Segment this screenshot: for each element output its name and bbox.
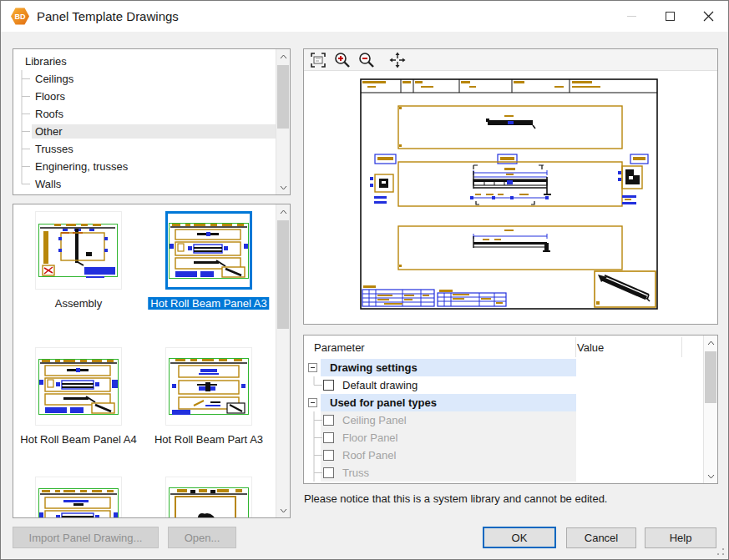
scroll-up-icon[interactable]	[276, 204, 290, 219]
column-header-parameter: Parameter	[314, 341, 365, 354]
tree-item-libraries[interactable]: Libraries	[13, 53, 276, 70]
ceiling-panel-checkbox[interactable]	[323, 415, 334, 426]
cad-drawing-preview	[304, 71, 717, 324]
help-button[interactable]: Help	[645, 527, 716, 548]
resize-grip[interactable]	[716, 547, 725, 556]
param-row-floor-panel[interactable]: Floor Panel	[304, 429, 703, 446]
template-item-assembly[interactable]: Assembly	[35, 211, 122, 290]
tree-connector	[13, 140, 32, 158]
param-row-label: Ceiling Panel	[342, 414, 407, 426]
tree-scrollbar[interactable]	[276, 49, 290, 194]
tree-item-label: Floors	[32, 89, 70, 103]
scrollbar-thumb[interactable]	[277, 65, 289, 129]
thumbnail-scrollbar[interactable]	[276, 204, 290, 517]
tree-connector	[13, 88, 32, 105]
pan-button[interactable]	[387, 50, 408, 70]
parameter-grid-rows: Drawing settings Default drawing Used fo…	[304, 359, 703, 483]
param-row-truss[interactable]: Truss	[304, 464, 703, 482]
pan-icon	[388, 51, 407, 69]
tree-connector	[13, 158, 32, 175]
scroll-up-icon[interactable]	[704, 335, 717, 350]
tree-item-ceilings[interactable]: Ceilings	[13, 70, 276, 88]
template-item-hot-roll-beam-panel-a4[interactable]: Hot Roll Beam Panel A4	[35, 347, 122, 426]
zoom-in-icon	[333, 51, 352, 69]
maximize-icon	[666, 12, 675, 21]
close-icon	[703, 11, 714, 22]
preview-canvas[interactable]	[304, 71, 717, 324]
beam-panel-drawing-thumbnail	[38, 357, 119, 416]
template-item-partial-left[interactable]	[35, 477, 122, 518]
tree-item-trusses[interactable]: Trusses	[13, 140, 276, 158]
tree-item-label: Roofs	[32, 107, 68, 121]
tree-item-other[interactable]: Other	[13, 123, 276, 140]
tree-item-roofs[interactable]: Roofs	[13, 105, 276, 123]
scrollbar-thumb[interactable]	[277, 220, 289, 329]
tree-connector	[13, 105, 32, 123]
truss-checkbox[interactable]	[323, 467, 334, 478]
collapse-icon[interactable]	[308, 363, 317, 372]
param-row-label: Floor Panel	[342, 431, 397, 444]
tree-connector	[13, 175, 32, 193]
beam-panel-drawing-thumbnail	[169, 221, 249, 280]
zoom-in-button[interactable]	[332, 50, 352, 70]
template-item-hot-roll-beam-panel-a3[interactable]: Hot Roll Beam Panel A3	[165, 211, 252, 290]
param-row-roof-panel[interactable]: Roof Panel	[304, 446, 703, 464]
window-title: Panel Template Drawings	[37, 9, 179, 23]
minimize-icon	[627, 16, 636, 17]
thumbnail-label: Hot Roll Beam Panel A3	[148, 297, 269, 310]
template-thumbnail-list: Assembly	[13, 204, 291, 518]
ok-button[interactable]: OK	[483, 527, 556, 548]
zoom-out-icon	[357, 51, 376, 69]
param-row-ceiling-panel[interactable]: Ceiling Panel	[304, 411, 703, 429]
param-row-default-drawing[interactable]: Default drawing	[304, 376, 703, 394]
scroll-down-icon[interactable]	[704, 469, 717, 483]
scroll-up-icon[interactable]	[276, 49, 290, 63]
maximize-button[interactable]	[651, 2, 689, 31]
collapse-icon[interactable]	[308, 398, 317, 407]
fit-to-window-button[interactable]	[307, 50, 328, 70]
app-logo-icon: BD	[11, 8, 29, 26]
roof-panel-checkbox[interactable]	[323, 450, 334, 461]
scrollbar-thumb[interactable]	[705, 351, 716, 403]
param-group-drawing-settings[interactable]: Drawing settings	[304, 359, 703, 376]
libraries-tree-panel: Libraries Ceilings Floors Roofs Other Tr…	[13, 48, 291, 195]
param-row-label: Roof Panel	[342, 449, 396, 462]
scroll-down-icon[interactable]	[276, 503, 290, 517]
tree-item-enginering-trusses[interactable]: Enginering, trusses	[13, 158, 276, 175]
system-library-notice: Please notice that this is a system libr…	[304, 492, 607, 505]
tree-connector	[311, 446, 322, 464]
minimize-button	[612, 2, 651, 31]
tree-item-label: Other	[32, 124, 276, 139]
tree-item-floors[interactable]: Floors	[13, 88, 276, 105]
thumbnail-image	[35, 347, 122, 426]
tree-item-label: Walls	[32, 177, 66, 191]
part-drawing-thumbnail	[169, 487, 249, 518]
param-group-used-for-panel-types[interactable]: Used for panel types	[304, 394, 703, 411]
tree-item-label: Ceilings	[32, 72, 78, 86]
drawing-preview-panel	[303, 48, 718, 325]
column-header-value: Value	[577, 341, 604, 354]
param-group-label: Drawing settings	[330, 361, 418, 374]
thumbnail-image	[165, 477, 252, 518]
zoom-out-button[interactable]	[356, 50, 377, 70]
cancel-button[interactable]: Cancel	[566, 527, 636, 548]
parameter-grid-header: Parameter Value	[304, 335, 703, 359]
parameter-scrollbar[interactable]	[703, 335, 717, 483]
thumbnail-image	[35, 211, 122, 290]
close-button[interactable]	[689, 2, 727, 31]
template-item-partial-right[interactable]	[165, 477, 252, 518]
scroll-down-icon[interactable]	[276, 180, 290, 194]
tree-connector	[311, 411, 322, 429]
tree-connector	[311, 376, 322, 394]
template-item-hot-roll-beam-part-a3[interactable]: Hot Roll Beam Part A3	[165, 347, 252, 426]
titlebar: BD Panel Template Drawings	[1, 1, 728, 32]
param-row-label: Default drawing	[342, 379, 418, 391]
floor-panel-checkbox[interactable]	[323, 432, 334, 443]
default-drawing-checkbox[interactable]	[323, 380, 334, 391]
tree-item-walls[interactable]: Walls	[13, 175, 276, 193]
thumbnail-image-selected	[165, 211, 252, 290]
assembly-drawing-thumbnail	[38, 220, 119, 280]
tree-connector	[13, 123, 32, 140]
beam-panel-drawing-thumbnail	[38, 487, 119, 518]
thumbnail-image	[35, 477, 122, 518]
